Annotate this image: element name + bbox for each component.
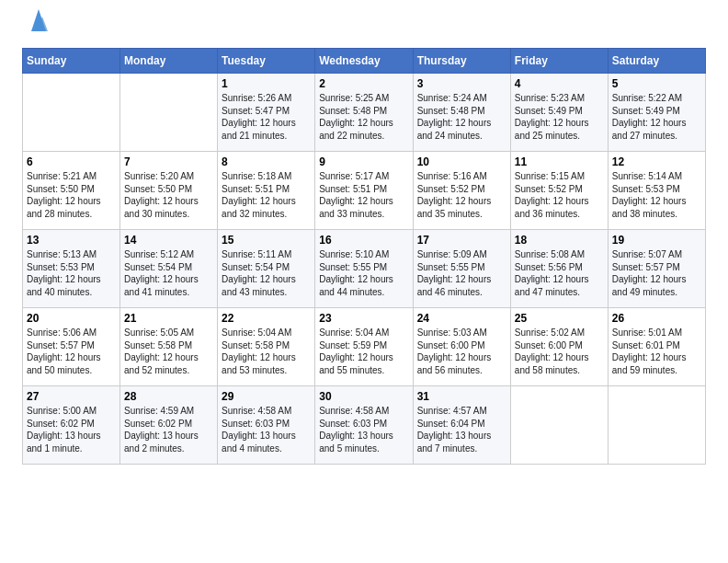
- day-number: 12: [612, 155, 701, 168]
- day-info: Sunrise: 5:15 AM Sunset: 5:52 PM Dayligh…: [515, 170, 604, 220]
- calendar-cell: 12Sunrise: 5:14 AM Sunset: 5:53 PM Dayli…: [608, 152, 705, 230]
- weekday-header-saturday: Saturday: [608, 49, 705, 74]
- calendar-cell: 10Sunrise: 5:16 AM Sunset: 5:52 PM Dayli…: [413, 152, 510, 230]
- calendar-cell: 11Sunrise: 5:15 AM Sunset: 5:52 PM Dayli…: [510, 152, 608, 230]
- day-number: 25: [515, 312, 604, 325]
- logo: [22, 18, 53, 39]
- day-number: 23: [319, 312, 408, 325]
- day-number: 21: [124, 312, 213, 325]
- calendar-cell: 8Sunrise: 5:18 AM Sunset: 5:51 PM Daylig…: [218, 152, 315, 230]
- calendar-cell: 30Sunrise: 4:58 AM Sunset: 6:03 PM Dayli…: [315, 386, 413, 465]
- day-number: 9: [319, 155, 408, 168]
- calendar-cell: 3Sunrise: 5:24 AM Sunset: 5:48 PM Daylig…: [413, 74, 510, 152]
- day-info: Sunrise: 5:22 AM Sunset: 5:49 PM Dayligh…: [612, 92, 701, 142]
- day-info: Sunrise: 5:01 AM Sunset: 6:01 PM Dayligh…: [612, 327, 701, 376]
- day-info: Sunrise: 5:04 AM Sunset: 5:58 PM Dayligh…: [222, 327, 311, 376]
- day-number: 31: [417, 390, 506, 403]
- calendar-cell: 15Sunrise: 5:11 AM Sunset: 5:54 PM Dayli…: [218, 230, 315, 308]
- calendar-week-row: 20Sunrise: 5:06 AM Sunset: 5:57 PM Dayli…: [23, 308, 706, 386]
- calendar-week-row: 1Sunrise: 5:26 AM Sunset: 5:47 PM Daylig…: [23, 74, 706, 152]
- day-info: Sunrise: 5:14 AM Sunset: 5:53 PM Dayligh…: [612, 170, 701, 220]
- day-number: 19: [612, 234, 701, 247]
- day-info: Sunrise: 5:26 AM Sunset: 5:47 PM Dayligh…: [222, 92, 311, 142]
- day-number: 29: [222, 390, 311, 403]
- day-number: 2: [319, 77, 408, 90]
- day-number: 6: [27, 155, 116, 168]
- calendar-cell: 28Sunrise: 4:59 AM Sunset: 6:02 PM Dayli…: [120, 386, 218, 465]
- day-number: 22: [222, 312, 311, 325]
- day-info: Sunrise: 5:07 AM Sunset: 5:57 PM Dayligh…: [612, 248, 701, 298]
- day-info: Sunrise: 5:16 AM Sunset: 5:52 PM Dayligh…: [417, 170, 506, 220]
- calendar-cell: 29Sunrise: 4:58 AM Sunset: 6:03 PM Dayli…: [218, 386, 315, 465]
- day-info: Sunrise: 5:02 AM Sunset: 6:00 PM Dayligh…: [515, 327, 604, 376]
- day-info: Sunrise: 5:12 AM Sunset: 5:54 PM Dayligh…: [124, 248, 213, 298]
- day-info: Sunrise: 5:23 AM Sunset: 5:49 PM Dayligh…: [515, 92, 604, 142]
- day-info: Sunrise: 5:18 AM Sunset: 5:51 PM Dayligh…: [222, 170, 311, 220]
- calendar-cell: 17Sunrise: 5:09 AM Sunset: 5:55 PM Dayli…: [413, 230, 510, 308]
- calendar-week-row: 6Sunrise: 5:21 AM Sunset: 5:50 PM Daylig…: [23, 152, 706, 230]
- calendar-cell: 9Sunrise: 5:17 AM Sunset: 5:51 PM Daylig…: [315, 152, 413, 230]
- day-number: 28: [124, 390, 213, 403]
- day-info: Sunrise: 5:03 AM Sunset: 6:00 PM Dayligh…: [417, 327, 506, 376]
- calendar-cell: 7Sunrise: 5:20 AM Sunset: 5:50 PM Daylig…: [120, 152, 218, 230]
- weekday-header-row: SundayMondayTuesdayWednesdayThursdayFrid…: [23, 49, 706, 74]
- day-number: 3: [417, 77, 506, 90]
- day-info: Sunrise: 4:58 AM Sunset: 6:03 PM Dayligh…: [222, 405, 311, 454]
- day-number: 17: [417, 234, 506, 247]
- calendar-cell: [510, 386, 608, 465]
- calendar-cell: 4Sunrise: 5:23 AM Sunset: 5:49 PM Daylig…: [510, 74, 608, 152]
- calendar-cell: 26Sunrise: 5:01 AM Sunset: 6:01 PM Dayli…: [608, 308, 705, 386]
- calendar-cell: 18Sunrise: 5:08 AM Sunset: 5:56 PM Dayli…: [510, 230, 608, 308]
- day-number: 7: [124, 155, 213, 168]
- calendar-cell: 6Sunrise: 5:21 AM Sunset: 5:50 PM Daylig…: [23, 152, 120, 230]
- calendar-cell: 16Sunrise: 5:10 AM Sunset: 5:55 PM Dayli…: [315, 230, 413, 308]
- day-number: 24: [417, 312, 506, 325]
- calendar-cell: 5Sunrise: 5:22 AM Sunset: 5:49 PM Daylig…: [608, 74, 705, 152]
- day-info: Sunrise: 5:08 AM Sunset: 5:56 PM Dayligh…: [515, 248, 604, 298]
- day-number: 8: [222, 155, 311, 168]
- calendar-cell: 22Sunrise: 5:04 AM Sunset: 5:58 PM Dayli…: [218, 308, 315, 386]
- calendar-cell: 1Sunrise: 5:26 AM Sunset: 5:47 PM Daylig…: [218, 74, 315, 152]
- calendar-cell: 27Sunrise: 5:00 AM Sunset: 6:02 PM Dayli…: [23, 386, 120, 465]
- calendar-cell: [120, 74, 218, 152]
- weekday-header-sunday: Sunday: [23, 49, 120, 74]
- day-number: 30: [319, 390, 408, 403]
- day-info: Sunrise: 5:24 AM Sunset: 5:48 PM Dayligh…: [417, 92, 506, 142]
- weekday-header-thursday: Thursday: [413, 49, 510, 74]
- calendar-cell: 31Sunrise: 4:57 AM Sunset: 6:04 PM Dayli…: [413, 386, 510, 465]
- day-info: Sunrise: 5:13 AM Sunset: 5:53 PM Dayligh…: [27, 248, 116, 298]
- day-number: 5: [612, 77, 701, 90]
- day-number: 11: [515, 155, 604, 168]
- weekday-header-wednesday: Wednesday: [315, 49, 413, 74]
- calendar-cell: 21Sunrise: 5:05 AM Sunset: 5:58 PM Dayli…: [120, 308, 218, 386]
- day-info: Sunrise: 5:05 AM Sunset: 5:58 PM Dayligh…: [124, 327, 213, 376]
- day-number: 14: [124, 234, 213, 247]
- day-info: Sunrise: 5:09 AM Sunset: 5:55 PM Dayligh…: [417, 248, 506, 298]
- day-number: 20: [27, 312, 116, 325]
- calendar-cell: [608, 386, 705, 465]
- calendar-week-row: 13Sunrise: 5:13 AM Sunset: 5:53 PM Dayli…: [23, 230, 706, 308]
- calendar-cell: 25Sunrise: 5:02 AM Sunset: 6:00 PM Dayli…: [510, 308, 608, 386]
- day-number: 26: [612, 312, 701, 325]
- day-number: 18: [515, 234, 604, 247]
- day-info: Sunrise: 5:11 AM Sunset: 5:54 PM Dayligh…: [222, 248, 311, 298]
- day-number: 16: [319, 234, 408, 247]
- day-info: Sunrise: 5:25 AM Sunset: 5:48 PM Dayligh…: [319, 92, 408, 142]
- logo-icon: [24, 6, 53, 35]
- calendar-cell: 2Sunrise: 5:25 AM Sunset: 5:48 PM Daylig…: [315, 74, 413, 152]
- day-number: 1: [222, 77, 311, 90]
- weekday-header-friday: Friday: [510, 49, 608, 74]
- day-number: 15: [222, 234, 311, 247]
- day-number: 10: [417, 155, 506, 168]
- day-info: Sunrise: 5:04 AM Sunset: 5:59 PM Dayligh…: [319, 327, 408, 376]
- weekday-header-monday: Monday: [120, 49, 218, 74]
- calendar-cell: 14Sunrise: 5:12 AM Sunset: 5:54 PM Dayli…: [120, 230, 218, 308]
- calendar-cell: 23Sunrise: 5:04 AM Sunset: 5:59 PM Dayli…: [315, 308, 413, 386]
- day-info: Sunrise: 4:58 AM Sunset: 6:03 PM Dayligh…: [319, 405, 408, 454]
- day-info: Sunrise: 5:10 AM Sunset: 5:55 PM Dayligh…: [319, 248, 408, 298]
- day-info: Sunrise: 5:17 AM Sunset: 5:51 PM Dayligh…: [319, 170, 408, 220]
- calendar-table: SundayMondayTuesdayWednesdayThursdayFrid…: [22, 48, 706, 465]
- day-number: 4: [515, 77, 604, 90]
- day-info: Sunrise: 4:59 AM Sunset: 6:02 PM Dayligh…: [124, 405, 213, 454]
- day-info: Sunrise: 4:57 AM Sunset: 6:04 PM Dayligh…: [417, 405, 506, 454]
